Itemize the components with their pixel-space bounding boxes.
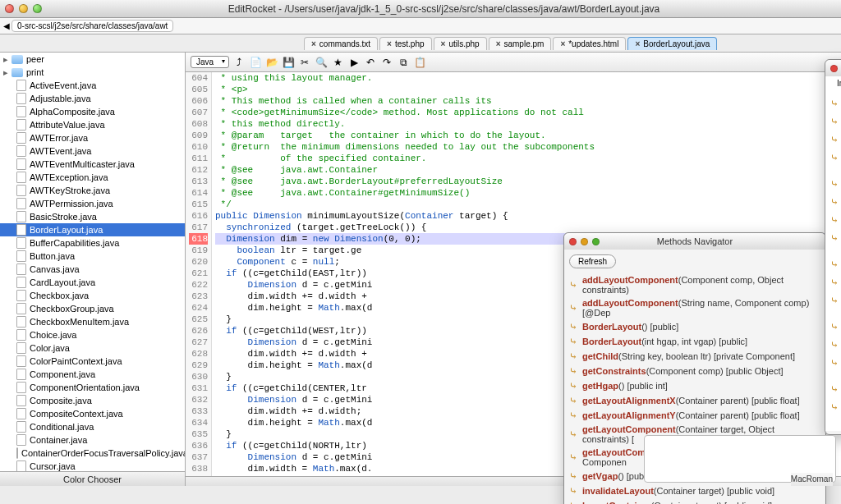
minimize-icon[interactable] <box>19 4 28 13</box>
method-invalidateLayout[interactable]: ⤷invalidateLayout(Container target) [pub… <box>569 483 820 498</box>
refresh-button[interactable]: Refresh <box>569 254 616 268</box>
file-alphacomposite-java[interactable]: AlphaComposite.java <box>0 105 185 118</box>
open-folder-icon[interactable]: 📂 <box>265 56 278 69</box>
close-tab-icon[interactable]: × <box>560 39 565 48</box>
file-attributevalue-java[interactable]: AttributeValue.java <box>0 118 185 131</box>
file-choice-java[interactable]: Choice.java <box>0 328 185 341</box>
method-getHgap[interactable]: ⤷getHgap() [public int] <box>569 378 820 393</box>
method-BorderLayout[interactable]: ⤷BorderLayout() [public] <box>569 319 820 334</box>
run-icon[interactable]: ▶ <box>347 56 361 69</box>
code-line[interactable]: public Dimension minimumLayoutSize(Conta… <box>215 210 838 222</box>
code-line[interactable]: * <p> <box>215 84 838 95</box>
method-layoutContainer[interactable]: ⤷layoutContainer(Container target) [publ… <box>569 498 820 504</box>
file-activeevent-java[interactable]: ActiveEvent.java <box>0 79 185 92</box>
file-checkboxmenuitem-java[interactable]: CheckboxMenuItem.java <box>0 315 185 328</box>
method-addLayoutComponent[interactable]: ⤷addLayoutComponent(String name, Compone… <box>569 296 820 319</box>
cut-icon[interactable]: ✂ <box>298 56 311 69</box>
file-tree[interactable]: ▸peer▸printActiveEvent.javaAdjustable.ja… <box>0 53 185 471</box>
minimize-icon[interactable] <box>581 238 588 245</box>
sidekick-title-bar[interactable]: Java Sidekick <box>825 60 841 76</box>
code-line[interactable]: * @return the minimum dimensions needed … <box>215 141 838 153</box>
close-tab-icon[interactable]: × <box>441 39 446 48</box>
code-line[interactable]: * @see java.awt.BorderLayout#preferredLa… <box>215 176 838 187</box>
star-icon[interactable]: ★ <box>331 56 344 69</box>
file-awtpermission-java[interactable]: AWTPermission.java <box>0 197 185 210</box>
tab-utils-php[interactable]: ×utils.php <box>434 37 487 50</box>
search-icon[interactable]: 🔍 <box>315 56 328 69</box>
sidekick-item-method[interactable]: ⤷Method <box>830 149 841 167</box>
code-line[interactable]: * This method is called when a container… <box>215 95 838 107</box>
tab-test-php[interactable]: ×test.php <box>379 37 431 50</box>
file-component-java[interactable]: Component.java <box>0 368 185 381</box>
file-buffercapabilities-java[interactable]: BufferCapabilities.java <box>0 236 185 250</box>
file-colorpaintcontext-java[interactable]: ColorPaintContext.java <box>0 355 185 368</box>
methods-navigator-title-bar[interactable]: Methods Navigator <box>564 233 825 250</box>
file-basicstroke-java[interactable]: BasicStroke.java <box>0 210 185 223</box>
sidekick-item-else-statement[interactable]: ⤷else statement <box>830 175 841 193</box>
sidekick-item-while-statement[interactable]: ⤷while statement <box>830 291 841 309</box>
file-composite-java[interactable]: Composite.java <box>0 394 185 407</box>
disclosure-icon[interactable]: ▸ <box>3 67 11 78</box>
tab-commands-txt[interactable]: ×commands.txt <box>304 37 378 50</box>
sidekick-item-runnable[interactable]: ⤷Runnable <box>830 398 841 416</box>
tab-sample-pm[interactable]: ×sample.pm <box>489 37 552 50</box>
sidekick-item-if-statement[interactable]: ⤷if statement <box>830 229 841 247</box>
code-line[interactable]: * of the specified container. <box>215 153 838 164</box>
nav-up-icon[interactable]: ⤴ <box>232 56 246 69</box>
file-conditional-java[interactable]: Conditional.java <box>0 420 185 433</box>
sidekick-item-try-catch-finally[interactable]: ⤷try catch finally <box>830 273 841 291</box>
method-getConstraints[interactable]: ⤷getConstraints(Component comp) [public … <box>569 364 820 378</box>
redo-icon[interactable]: ↷ <box>380 56 393 69</box>
sidekick-item-main[interactable]: ⤷Main <box>830 131 841 149</box>
file-awterror-java[interactable]: AWTError.java <box>0 131 185 144</box>
file-awteventmulticaster-java[interactable]: AWTEventMulticaster.java <box>0 158 185 171</box>
file-awtexception-java[interactable]: AWTException.java <box>0 171 185 184</box>
path-prev-icon[interactable]: ◀ <box>3 21 10 30</box>
code-line[interactable]: * this method directly. <box>215 118 838 130</box>
zoom-icon[interactable] <box>592 238 600 245</box>
file-componentorientation-java[interactable]: ComponentOrientation.java <box>0 381 185 394</box>
sidekick-item-gridlayoutmanager[interactable]: ⤷GridLayoutManager <box>830 380 841 398</box>
method-getLayoutAlignmentX[interactable]: ⤷getLayoutAlignmentX(Container parent) [… <box>569 393 820 408</box>
file-containerorderfocustraversalpolicy-java[interactable]: ContainerOrderFocusTraversalPolicy.java <box>0 447 185 460</box>
code-line[interactable]: * @see java.awt.Container#getMinimumSize… <box>215 187 838 199</box>
close-tab-icon[interactable]: × <box>387 39 392 48</box>
code-line[interactable]: synchronized (target.getTreeLock()) { <box>215 222 838 233</box>
code-line[interactable]: * <code>getMinimumSize</code> method. Mo… <box>215 107 838 118</box>
tab--updates-html[interactable]: ×*updates.html <box>553 37 626 50</box>
save-icon[interactable]: 💾 <box>282 56 295 69</box>
color-chooser-tab[interactable]: Color Chooser <box>0 471 185 486</box>
path-chip[interactable]: 0-src-scsl/j2se/src/share/classes/java/a… <box>11 20 173 32</box>
close-tab-icon[interactable]: × <box>496 39 501 48</box>
sidekick-item-inner-abstract-action[interactable]: ⤷Inner Abstract Action <box>830 318 841 336</box>
file-awtkeystroke-java[interactable]: AWTKeyStroke.java <box>0 184 185 197</box>
method-addLayoutComponent[interactable]: ⤷addLayoutComponent(Component comp, Obje… <box>569 273 820 296</box>
code-line[interactable]: * @param target the container in which t… <box>215 130 838 141</box>
file-checkboxgroup-java[interactable]: CheckboxGroup.java <box>0 302 185 315</box>
sidekick-body[interactable]: ⤷Class⤷Constructor⤷Main⤷Method⤷else stat… <box>825 91 841 431</box>
sidekick-item-inner-class[interactable]: ⤷Inner Class <box>830 336 841 354</box>
file-borderlayout-java[interactable]: BorderLayout.java <box>0 223 185 236</box>
tab-borderlayout-java[interactable]: ×BorderLayout.java <box>627 37 717 50</box>
file-container-java[interactable]: Container.java <box>0 433 185 447</box>
file-cursor-java[interactable]: Cursor.java <box>0 460 185 471</box>
undo-icon[interactable]: ↶ <box>364 56 377 69</box>
file-cardlayout-java[interactable]: CardLayout.java <box>0 276 185 289</box>
file-adjustable-java[interactable]: Adjustable.java <box>0 92 185 105</box>
code-line[interactable]: * @see java.awt.Container <box>215 164 838 176</box>
sidekick-item-constructor[interactable]: ⤷Constructor <box>830 112 841 131</box>
paste-icon[interactable]: 📋 <box>413 56 426 69</box>
copy-icon[interactable]: ⧉ <box>397 56 410 69</box>
zoom-icon[interactable] <box>33 4 42 13</box>
file-canvas-java[interactable]: Canvas.java <box>0 263 185 276</box>
close-icon[interactable] <box>569 238 577 245</box>
sidekick-item-if-else-statement[interactable]: ⤷if else statement <box>830 211 841 229</box>
sidekick-tab-inserts[interactable]: Inserts <box>825 76 841 91</box>
code-line[interactable]: */ <box>215 199 838 210</box>
close-icon[interactable] <box>5 4 14 13</box>
language-select[interactable]: Java <box>191 56 229 68</box>
new-file-icon[interactable]: 📄 <box>249 56 262 69</box>
method-BorderLayout[interactable]: ⤷BorderLayout(int hgap, int vgap) [publi… <box>569 334 820 349</box>
method-getChild[interactable]: ⤷getChild(String key, boolean ltr) [priv… <box>569 349 820 364</box>
sidekick-item-try-catch[interactable]: ⤷try catch <box>830 255 841 273</box>
